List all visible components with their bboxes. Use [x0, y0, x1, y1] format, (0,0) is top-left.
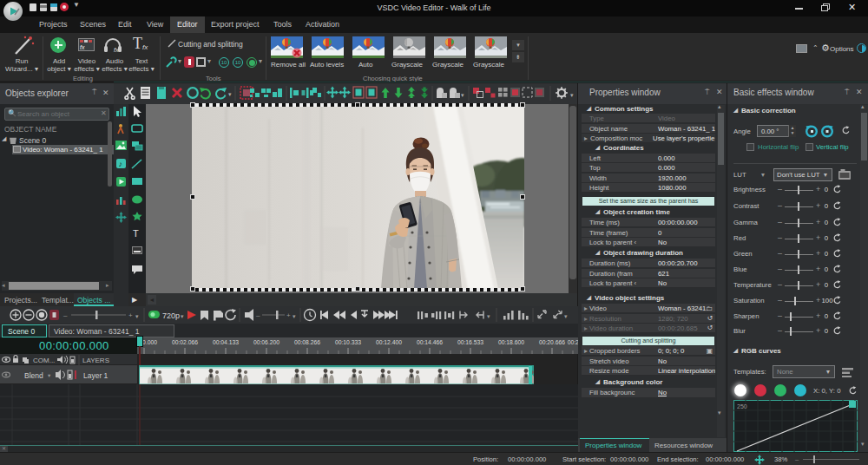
svg-text:▾: ▾ — [228, 91, 232, 97]
svg-text:250: 250 — [737, 403, 747, 409]
svg-text:720p: 720p — [162, 311, 180, 320]
svg-text:00:14.466: 00:14.466 — [417, 339, 443, 345]
svg-text:00:18.600: 00:18.600 — [498, 339, 524, 345]
svg-text:♪: ♪ — [119, 160, 123, 168]
svg-text:00:10.333: 00:10.333 — [335, 339, 361, 345]
svg-text:▾: ▾ — [564, 313, 568, 319]
svg-text:Layer 1: Layer 1 — [83, 371, 108, 380]
svg-text:LAYERS: LAYERS — [82, 357, 109, 364]
svg-text:00:04.133: 00:04.133 — [213, 339, 239, 345]
svg-text:+: + — [286, 311, 291, 319]
svg-text:–: – — [63, 311, 68, 319]
svg-text:00:16.533: 00:16.533 — [457, 339, 483, 345]
svg-text:T: T — [133, 228, 139, 239]
svg-text:00:20.666: 00:20.666 — [539, 339, 565, 345]
svg-text:00:12.400: 00:12.400 — [376, 339, 402, 345]
svg-text:+: + — [128, 311, 133, 319]
svg-text:▾: ▾ — [570, 92, 574, 98]
svg-text:▾: ▾ — [461, 92, 464, 98]
svg-text:COM...: COM... — [33, 357, 55, 364]
svg-text:Blend: Blend — [24, 371, 43, 380]
svg-text:00:06.200: 00:06.200 — [253, 339, 279, 345]
svg-text:–: – — [256, 311, 260, 319]
svg-text:▾: ▾ — [181, 313, 184, 319]
svg-text:▾: ▾ — [48, 372, 51, 378]
svg-text:00:22.2: 00:22.2 — [568, 339, 578, 345]
svg-text:00:08.266: 00:08.266 — [294, 339, 320, 345]
svg-text:▾: ▾ — [135, 313, 139, 319]
svg-text:00:02.066: 00:02.066 — [172, 339, 198, 345]
svg-text:▾: ▾ — [293, 313, 296, 319]
svg-text:▾: ▾ — [487, 313, 490, 319]
